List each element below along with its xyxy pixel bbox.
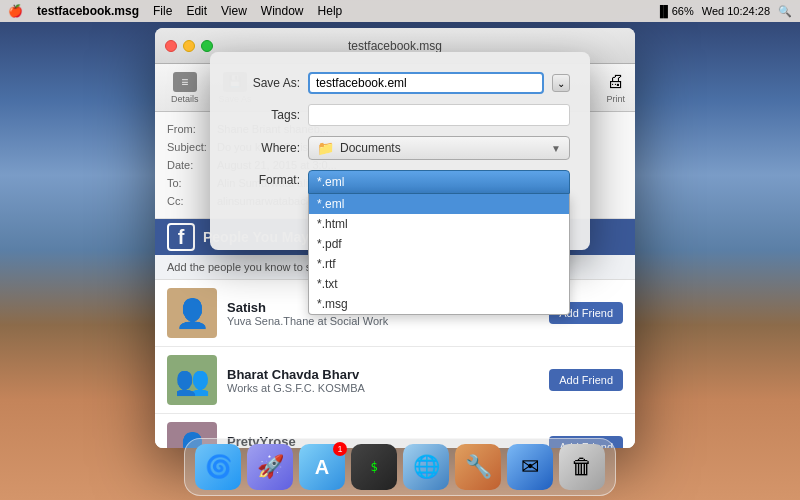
tags-input[interactable]	[308, 104, 570, 126]
save-as-dialog-label: Save As:	[230, 76, 300, 90]
appstore-badge: 1	[333, 442, 347, 456]
dock-item-browser[interactable]: 🌐	[403, 444, 449, 490]
format-option-pdf[interactable]: *.pdf	[309, 234, 569, 254]
menu-help[interactable]: Help	[318, 4, 343, 18]
format-selected-value: *.eml	[317, 175, 344, 189]
chevron-down-icon: ▼	[551, 143, 561, 154]
dock-item-launchpad[interactable]: 🚀	[247, 444, 293, 490]
trash-icon: 🗑	[571, 454, 593, 480]
folder-icon: 📁	[317, 140, 334, 156]
format-selected[interactable]: *.eml	[308, 170, 570, 194]
menu-bar-right: ▐▌66% Wed 10:24:28 🔍	[656, 5, 792, 18]
menu-edit[interactable]: Edit	[186, 4, 207, 18]
format-options-list: *.eml *.html *.pdf *.rtf *.txt *.msg	[308, 194, 570, 315]
dock-item-tools[interactable]: 🔧	[455, 444, 501, 490]
expand-button[interactable]: ⌄	[552, 74, 570, 92]
apple-menu[interactable]: 🍎	[8, 4, 23, 18]
dock-item-mail[interactable]: ✉	[507, 444, 553, 490]
dock-item-terminal[interactable]: $	[351, 444, 397, 490]
battery-indicator: ▐▌66%	[656, 5, 694, 17]
where-value: Documents	[340, 141, 401, 155]
search-icon[interactable]: 🔍	[778, 5, 792, 18]
launchpad-icon: 🚀	[257, 454, 284, 480]
dock: 🌀 🚀 A 1 $ 🌐 🔧 ✉ 🗑	[184, 438, 616, 496]
menu-view[interactable]: View	[221, 4, 247, 18]
tags-row: Tags:	[230, 104, 570, 126]
menu-window[interactable]: Window	[261, 4, 304, 18]
dialog-overlay: Save As: ⌄ Tags: Where: 📁 Documents ▼ Fo…	[0, 0, 800, 500]
dock-item-appstore[interactable]: A 1	[299, 444, 345, 490]
format-dropdown-container: *.eml *.eml *.html *.pdf *.rtf *.txt *.m…	[308, 170, 570, 194]
format-option-rtf[interactable]: *.rtf	[309, 254, 569, 274]
save-as-row: Save As: ⌄	[230, 72, 570, 94]
dock-item-trash[interactable]: 🗑	[559, 444, 605, 490]
format-option-txt[interactable]: *.txt	[309, 274, 569, 294]
browser-icon: 🌐	[413, 454, 440, 480]
menu-bar-left: 🍎 testfacebook.msg File Edit View Window…	[8, 4, 342, 18]
where-label: Where:	[230, 141, 300, 155]
mail-icon: ✉	[521, 454, 539, 480]
tools-icon: 🔧	[465, 454, 492, 480]
where-row: Where: 📁 Documents ▼	[230, 136, 570, 160]
format-label: Format:	[230, 170, 300, 187]
finder-icon: 🌀	[205, 454, 232, 480]
save-dialog: Save As: ⌄ Tags: Where: 📁 Documents ▼ Fo…	[210, 52, 590, 250]
tags-label: Tags:	[230, 108, 300, 122]
format-option-html[interactable]: *.html	[309, 214, 569, 234]
clock: Wed 10:24:28	[702, 5, 770, 17]
dock-item-finder[interactable]: 🌀	[195, 444, 241, 490]
terminal-icon: $	[370, 460, 377, 474]
format-option-msg[interactable]: *.msg	[309, 294, 569, 314]
menu-bar: 🍎 testfacebook.msg File Edit View Window…	[0, 0, 800, 22]
format-option-eml[interactable]: *.eml	[309, 194, 569, 214]
appstore-icon: A	[315, 456, 329, 479]
where-select[interactable]: 📁 Documents ▼	[308, 136, 570, 160]
format-row: Format: *.eml *.eml *.html *.pdf *.rtf *…	[230, 170, 570, 194]
menu-file[interactable]: File	[153, 4, 172, 18]
app-name[interactable]: testfacebook.msg	[37, 4, 139, 18]
save-as-input[interactable]	[308, 72, 544, 94]
